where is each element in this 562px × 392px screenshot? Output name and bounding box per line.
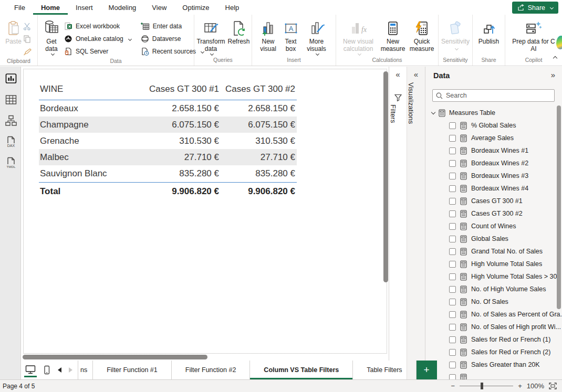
measure-item-no-of-sales-of-high-profit-wi[interactable]: No. of Sales of High profit Wi... (425, 321, 562, 333)
menu-tab-home[interactable]: Home (33, 1, 68, 15)
measure-item-cases-gt-300-2[interactable]: Cases GT 300 #2 (425, 207, 562, 220)
measure-item-sales-greater-than-20k[interactable]: Sales Greater than 20K (425, 358, 562, 371)
mobile-layout-button[interactable] (43, 365, 50, 375)
search-input[interactable] (446, 92, 551, 99)
prep-data-for-ai-button[interactable]: Prep data for C AI (509, 18, 558, 52)
dax-query-view-icon[interactable]: DAX (5, 135, 17, 148)
report-page[interactable]: WINECases GT 300 #1Cases GT 300 #2 Borde… (23, 69, 387, 354)
measure-item-no-of-sales-as-percent-of-gra[interactable]: No. of Sales as Percent of Gra... (425, 308, 562, 321)
search-box[interactable] (432, 89, 555, 102)
measure-checkbox[interactable] (449, 147, 456, 154)
share-button[interactable]: Share (512, 2, 558, 14)
get-data-button[interactable]: Get data (42, 18, 61, 55)
measure-item-high-volume-total-sales-300[interactable]: High Volume Total Sales > 300 (425, 270, 562, 283)
measure-item-bordeaux-wines-1[interactable]: Bordeaux Wines #1 (425, 144, 562, 157)
format-painter-button[interactable] (23, 45, 32, 58)
measure-checkbox[interactable] (449, 299, 456, 305)
onelake-catalog-button[interactable]: OneLake catalog (64, 33, 131, 45)
copy-button[interactable] (23, 33, 32, 45)
new-visual-calculation-button[interactable]: fx New visual calculation (337, 18, 379, 55)
measure-item-sales-for-red-or-french-1[interactable]: Sales for Red or French (1) (425, 333, 562, 346)
new-visual-button[interactable]: New visual (256, 18, 280, 52)
data-pane-scrollbar[interactable] (557, 105, 561, 309)
menu-tab-optimize[interactable]: Optimize (174, 1, 217, 15)
expand-filters-icon[interactable]: « (389, 70, 407, 79)
measure-checkbox[interactable] (449, 248, 456, 255)
measure-item-average-sales[interactable]: Average Sales (425, 132, 562, 144)
measures-table-node[interactable]: Measures Table (425, 107, 562, 119)
quick-measure-button[interactable]: Quick measure (407, 18, 437, 52)
measure-checkbox[interactable] (449, 336, 456, 343)
desktop-layout-button[interactable] (25, 365, 36, 375)
expand-visualizations-icon[interactable]: « (407, 70, 425, 79)
zoom-in-button[interactable]: + (518, 382, 522, 390)
measure-checkbox[interactable] (449, 122, 456, 129)
measure-checkbox[interactable] (449, 160, 456, 167)
zoom-out-button[interactable]: − (451, 382, 455, 390)
measure-item-grand-total-no-of-sales[interactable]: Grand Total No. of Sales (425, 245, 562, 258)
tmdl-view-icon[interactable]: TMDL (5, 156, 17, 169)
menu-tab-modeling[interactable]: Modeling (101, 1, 144, 15)
transform-data-button[interactable]: Transform data (195, 18, 227, 55)
measure-checkbox[interactable] (449, 311, 456, 318)
collapse-ribbon-button[interactable] (554, 57, 559, 62)
measure-checkbox[interactable] (449, 349, 456, 356)
table-row-sauvignon-blanc[interactable]: Sauvignon Blanc835.280 €835.280 € (39, 165, 297, 182)
measure-item-count-of-wines[interactable]: Count of Wines (425, 220, 562, 232)
measure-checkbox[interactable] (449, 374, 456, 380)
refresh-button[interactable]: Refresh (227, 18, 251, 46)
measure-item-partial[interactable] (425, 371, 562, 379)
measure-checkbox[interactable] (449, 273, 456, 280)
measure-checkbox[interactable] (449, 185, 456, 192)
new-measure-button[interactable]: New measure (379, 18, 407, 52)
copilot-logo-icon[interactable] (556, 36, 562, 49)
canvas-vertical-scrollbar[interactable] (383, 71, 388, 282)
menu-tab-view[interactable]: View (144, 1, 174, 15)
table-row-champagne[interactable]: Champagne6.075.150 €6.075.150 € (39, 116, 297, 133)
measure-checkbox[interactable] (449, 223, 456, 230)
measure-checkbox[interactable] (449, 135, 456, 142)
measure-checkbox[interactable] (449, 198, 456, 205)
measure-item-no-of-sales[interactable]: No. Of Sales (425, 295, 562, 308)
measure-item-no-of-high-volume-sales[interactable]: No. of High Volume Sales (425, 283, 562, 295)
measure-item-cases-gt-300-1[interactable]: Cases GT 300 #1 (425, 195, 562, 207)
measure-checkbox[interactable] (449, 261, 456, 268)
collapse-data-pane-icon[interactable]: » (551, 70, 555, 79)
measure-item-global-sales[interactable]: % Global Sales (425, 119, 562, 132)
table-view-icon[interactable] (5, 93, 17, 106)
measure-checkbox[interactable] (449, 324, 456, 331)
excel-workbook-button[interactable]: Excel workbook (64, 20, 131, 33)
table-row-malbec[interactable]: Malbec27.710 €27.710 € (39, 149, 297, 165)
measure-item-bordeaux-wines-3[interactable]: Bordeaux Wines #3 (425, 169, 562, 182)
more-visuals-button[interactable]: More visuals (301, 18, 332, 55)
canvas-horizontal-scrollbar[interactable] (23, 355, 207, 359)
menu-tab-file[interactable]: File (6, 1, 33, 15)
measure-checkbox[interactable] (449, 210, 456, 217)
menu-tab-insert[interactable]: Insert (68, 1, 101, 15)
measure-checkbox[interactable] (449, 236, 456, 242)
measure-checkbox[interactable] (449, 362, 456, 368)
table-row-grenache[interactable]: Grenache310.530 €310.530 € (39, 133, 297, 149)
page-tab-table-filters[interactable]: Table Filters (353, 361, 416, 379)
previous-page-arrow[interactable] (58, 367, 61, 373)
measure-item-high-volume-total-sales[interactable]: High Volume Total Sales (425, 258, 562, 270)
sql-server-button[interactable]: SQL Server (64, 45, 131, 58)
measure-item-global-sales[interactable]: Global Sales (425, 232, 562, 245)
table-visual[interactable]: WINECases GT 300 #1Cases GT 300 #2 Borde… (39, 78, 297, 199)
page-tab-partial[interactable]: ns (78, 361, 93, 379)
measure-checkbox[interactable] (449, 173, 456, 179)
next-page-arrow[interactable] (69, 367, 72, 373)
measure-item-bordeaux-wines-2[interactable]: Bordeaux Wines #2 (425, 157, 562, 169)
filters-pane-collapsed[interactable]: « Filters (389, 67, 407, 361)
fit-to-page-icon[interactable] (549, 383, 557, 389)
paste-button[interactable]: Paste (4, 18, 23, 46)
text-box-button[interactable]: A Text box (280, 18, 301, 52)
page-tab-column-vs-table-filters[interactable]: Column VS Table Filters (250, 361, 353, 379)
table-row-bordeaux[interactable]: Bordeaux2.658.150 €2.658.150 € (39, 100, 297, 116)
visualizations-pane-collapsed[interactable]: « Visualizations (407, 67, 425, 379)
model-view-icon[interactable] (5, 114, 17, 127)
cut-button[interactable] (23, 20, 32, 33)
sensitivity-button[interactable]: Sensitivity (439, 18, 472, 50)
measure-item-bordeaux-wines-4[interactable]: Bordeaux Wines #4 (425, 182, 562, 195)
publish-button[interactable]: Publish (476, 18, 502, 46)
